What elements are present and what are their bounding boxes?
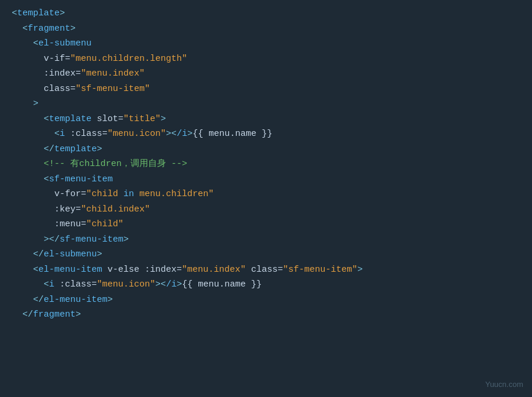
code-line: <template> bbox=[0, 6, 532, 21]
code-line: <fragment> bbox=[0, 21, 532, 37]
code-line: v-if="menu.children.length" bbox=[0, 51, 532, 67]
code-line: </template> bbox=[0, 142, 532, 157]
code-line: <el-submenu bbox=[0, 36, 532, 51]
code-line: <i :class="menu.icon"></i>{{ menu.name }… bbox=[0, 277, 532, 292]
code-line: :index="menu.index" bbox=[0, 66, 532, 82]
code-line: </fragment> bbox=[0, 307, 532, 323]
code-line: </el-menu-item> bbox=[0, 292, 532, 308]
code-line: > bbox=[0, 96, 532, 112]
code-line: :key="child.index" bbox=[0, 202, 532, 217]
watermark: Yuucn.com bbox=[485, 378, 523, 391]
code-line: class="sf-menu-item" bbox=[0, 82, 532, 97]
code-editor: <template> <fragment> <el-submenu v-if="… bbox=[0, 0, 532, 397]
code-line: <template slot="title"> bbox=[0, 112, 532, 127]
code-line: :menu="child" bbox=[0, 217, 532, 232]
code-content: <template> <fragment> <el-submenu v-if="… bbox=[0, 6, 532, 323]
code-line: </el-submenu> bbox=[0, 247, 532, 262]
code-line: <!-- 有children，调用自身 --> bbox=[0, 157, 532, 172]
code-line: <i :class="menu.icon"></i>{{ menu.name }… bbox=[0, 126, 532, 142]
code-line: <el-menu-item v-else :index="menu.index"… bbox=[0, 262, 532, 278]
code-line: ></sf-menu-item> bbox=[0, 232, 532, 248]
code-line: <sf-menu-item bbox=[0, 172, 532, 187]
code-line: v-for="child in menu.children" bbox=[0, 187, 532, 202]
